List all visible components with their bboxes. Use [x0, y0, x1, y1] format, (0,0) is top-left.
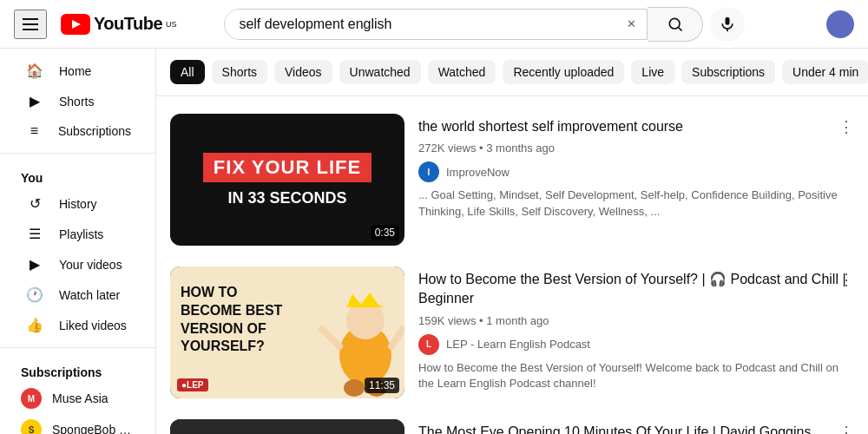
video-item-2[interactable]: HOW TO BECOME BEST VERSION OF YOURSELF? [156, 256, 868, 409]
filter-chip-all[interactable]: All [170, 60, 205, 84]
sidebar-label-subscriptions: Subscriptions [58, 124, 131, 138]
sidebar-sub-muse-asia[interactable]: M Muse Asia [0, 383, 155, 414]
shorts-icon: ▶ [24, 93, 45, 109]
sidebar: 🏠 Home ▶ Shorts ≡ Subscriptions You ↺ Hi… [0, 49, 156, 434]
subscriptions-nav-icon: ≡ [24, 123, 44, 139]
sidebar-sub-spongebob[interactable]: S SpongeBob Sq... [0, 414, 155, 434]
filter-chip-recently-uploaded[interactable]: Recently uploaded [503, 60, 624, 84]
you-section-title: You [0, 161, 155, 188]
search-submit-button[interactable] [648, 7, 703, 42]
video-item-1[interactable]: FIX YOUR LIFE IN 33 SECONDS 0:35 the wor… [156, 103, 868, 256]
sidebar-label-watch-later: Watch later [59, 288, 120, 302]
home-icon: 🏠 [24, 62, 45, 79]
video-more-button-3[interactable]: ⋮ [832, 419, 861, 434]
sidebar-item-history[interactable]: ↺ History [3, 188, 152, 219]
video-info-1: the world shortest self improvement cour… [418, 114, 854, 246]
header-left: YouTubeUS [14, 10, 177, 39]
content-area: All Shorts Videos Unwatched Watched Rece… [156, 49, 868, 434]
thumb1-fix-text: FIX YOUR LIFE [203, 153, 372, 182]
sidebar-label-liked-videos: Liked videos [59, 319, 127, 332]
subscriptions-section-title: Subscriptions [0, 355, 155, 383]
sidebar-label-home: Home [59, 64, 91, 78]
your-videos-icon: ▶ [24, 256, 45, 273]
video-meta-1: 272K views • 3 months ago [418, 141, 854, 155]
channel-avatar-2: L [418, 334, 439, 355]
channel-row-1: I ImproveNow [418, 161, 854, 182]
video-desc-1: ... Goal Setting, Mindset, Self Developm… [418, 187, 854, 219]
search-input[interactable] [225, 10, 616, 39]
svg-point-14 [344, 379, 365, 397]
filter-chip-watched[interactable]: Watched [428, 60, 496, 84]
filter-chip-subscriptions[interactable]: Subscriptions [681, 60, 775, 84]
user-avatar[interactable] [826, 10, 854, 38]
sidebar-divider-1 [0, 153, 155, 154]
filter-chip-shorts[interactable]: Shorts [212, 60, 267, 84]
video-item-3[interactable]: "TAKE THE TIMETO TRAIN" The Most Eye Ope… [156, 409, 868, 434]
channel-row-2: L LEP - Learn English Podcast [418, 334, 854, 355]
filter-chip-under4[interactable]: Under 4 min [782, 60, 868, 84]
video-list: FIX YOUR LIFE IN 33 SECONDS 0:35 the wor… [156, 96, 868, 434]
sub-avatar-spongebob: S [21, 419, 42, 434]
video-more-button-1[interactable]: ⋮ [832, 114, 861, 140]
search-input-wrap: ✕ [224, 9, 648, 40]
thumb1-sub-text: IN 33 SECONDS [227, 189, 346, 207]
search-clear-button[interactable]: ✕ [616, 10, 647, 39]
svg-point-2 [669, 18, 680, 29]
logo-text: YouTube [94, 14, 162, 34]
liked-videos-icon: 👍 [24, 317, 45, 333]
sidebar-divider-2 [0, 347, 155, 348]
sidebar-item-shorts[interactable]: ▶ Shorts [3, 86, 152, 116]
thumb2-text: HOW TO BECOME BEST VERSION OF YOURSELF? [181, 284, 302, 356]
main-layout: 🏠 Home ▶ Shorts ≡ Subscriptions You ↺ Hi… [0, 49, 868, 434]
sidebar-item-watch-later[interactable]: 🕐 Watch later [3, 279, 152, 310]
thumbnail-2: HOW TO BECOME BEST VERSION OF YOURSELF? [170, 266, 404, 398]
filter-bar: All Shorts Videos Unwatched Watched Rece… [156, 49, 868, 96]
youtube-logo[interactable]: YouTubeUS [61, 14, 177, 35]
channel-avatar-1: I [418, 161, 439, 182]
video-info-2: How to Become the Best Version of Yourse… [418, 266, 854, 398]
sub-avatar-muse-asia: M [21, 388, 42, 409]
header: YouTubeUS ✕ [0, 0, 868, 49]
mic-icon [719, 16, 736, 33]
filter-chip-unwatched[interactable]: Unwatched [339, 60, 421, 84]
playlists-icon: ☰ [24, 226, 45, 242]
video-title-1: the world shortest self improvement cour… [418, 117, 854, 136]
video-desc-2: How to Become the Best Version of Yourse… [418, 360, 854, 391]
sub-name-muse-asia: Muse Asia [52, 391, 108, 405]
sub-name-spongebob: SpongeBob Sq... [52, 423, 135, 434]
sidebar-item-liked-videos[interactable]: 👍 Liked videos [3, 310, 152, 340]
thumb2-lep-badge: ●LEP [177, 378, 208, 391]
video-title-2: How to Become the Best Version of Yourse… [418, 270, 854, 309]
sidebar-label-your-videos: Your videos [59, 258, 122, 272]
hamburger-menu[interactable] [14, 10, 47, 39]
channel-name-1: ImproveNow [446, 166, 510, 179]
svg-line-13 [391, 329, 403, 346]
sidebar-label-playlists: Playlists [59, 227, 103, 241]
filter-chip-videos[interactable]: Videos [274, 60, 332, 84]
video-more-button-2[interactable]: ⋮ [832, 266, 861, 293]
sidebar-label-shorts: Shorts [59, 95, 94, 108]
watch-later-icon: 🕐 [24, 286, 45, 303]
search-icon [667, 16, 684, 33]
sidebar-item-subscriptions[interactable]: ≡ Subscriptions [3, 116, 152, 146]
video-views-2: 159K views [418, 314, 476, 327]
sidebar-item-playlists[interactable]: ☰ Playlists [3, 219, 152, 249]
logo-sup: US [166, 20, 177, 29]
sidebar-item-home[interactable]: 🏠 Home [3, 56, 152, 86]
video-age-2: 1 month ago [486, 314, 549, 327]
thumbnail-3: "TAKE THE TIMETO TRAIN" [170, 419, 404, 434]
sidebar-item-your-videos[interactable]: ▶ Your videos [3, 249, 152, 279]
sidebar-label-history: History [59, 197, 97, 211]
svg-line-12 [322, 329, 339, 346]
filter-chip-live[interactable]: Live [631, 60, 674, 84]
thumbnail-1: FIX YOUR LIFE IN 33 SECONDS 0:35 [170, 114, 404, 246]
video-meta-2: 159K views • 1 month ago [418, 314, 854, 327]
channel-name-2: LEP - Learn English Podcast [446, 338, 590, 351]
video-info-3: The Most Eye Opening 10 Minutes Of Your … [418, 419, 854, 434]
youtube-logo-icon [61, 14, 90, 35]
svg-rect-4 [726, 16, 730, 24]
svg-line-3 [679, 27, 682, 30]
history-icon: ↺ [24, 195, 45, 212]
mic-button[interactable] [710, 7, 745, 42]
video-views-1: 272K views [418, 141, 476, 155]
